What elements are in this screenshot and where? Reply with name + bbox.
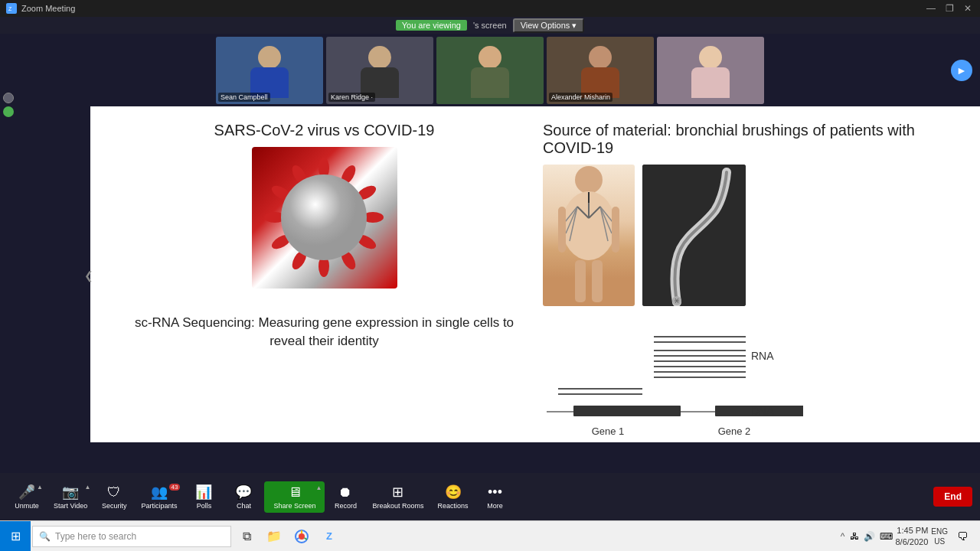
minimize-btn[interactable]: — <box>925 3 937 14</box>
svg-text:RNA: RNA <box>751 350 774 362</box>
clock-display[interactable]: 1:45 PM 8/6/2020 <box>896 525 929 547</box>
task-view-button[interactable]: ⧉ <box>233 521 260 552</box>
breakout-rooms-button[interactable]: ⊞ Breakout Rooms <box>366 481 430 513</box>
zoom-bottom-toolbar: 🎤 Unmute ▲ 📷 Start Video ▲ 🛡 Security 👥 … <box>0 473 980 520</box>
svg-text:Gene 2: Gene 2 <box>718 425 751 437</box>
clock-time: 1:45 PM <box>896 525 929 536</box>
tray-expand-icon[interactable]: ^ <box>841 531 845 542</box>
participant-video-middle[interactable] <box>436 37 544 104</box>
polls-button[interactable]: 📊 Polls <box>185 481 223 513</box>
taskbar-right-area: ^ 🖧 🔊 ⌨ 1:45 PM 8/6/2020 ENG US 🗨 <box>841 521 980 552</box>
participants-badge: 43 <box>169 484 181 491</box>
svg-text:Gene 1: Gene 1 <box>592 425 625 437</box>
virus-image <box>252 147 397 289</box>
close-btn[interactable]: ✕ <box>962 3 974 14</box>
windows-taskbar: ⊞ 🔍 Type here to search ⧉ 📁 Z ^ 🖧 🔊 ⌨ <box>0 520 980 551</box>
view-options-button[interactable]: View Options ▾ <box>513 18 585 33</box>
more-icon: ••• <box>488 484 502 500</box>
svg-rect-31 <box>575 260 586 302</box>
participant-video-alexander[interactable]: Alexander Misharin <box>547 37 654 104</box>
participant-name-sean: Sean Campbell <box>218 93 270 102</box>
share-screen-icon: 🖥 <box>288 484 302 500</box>
svg-rect-30 <box>612 207 619 253</box>
svg-rect-50 <box>573 406 681 416</box>
notification-center-button[interactable]: 🗨 <box>951 521 974 552</box>
speaker-icon[interactable]: 🔊 <box>864 531 875 542</box>
end-meeting-button[interactable]: End <box>933 487 972 507</box>
polls-icon: 📊 <box>195 484 212 500</box>
video-participants-row: Sean Campbell Karen Ridge · Alexander M <box>0 34 980 106</box>
microphone-icon: 🎤 <box>18 484 35 500</box>
network-icon[interactable]: 🖧 <box>850 531 859 542</box>
svg-rect-32 <box>592 260 603 302</box>
task-view-icon: ⧉ <box>243 530 251 543</box>
participant-video-sean[interactable]: Sean Campbell <box>216 37 323 104</box>
bronchial-anatomy-image <box>543 165 635 306</box>
record-button[interactable]: ⏺ Record <box>326 481 364 513</box>
svg-point-16 <box>575 166 603 194</box>
chat-icon: 💬 <box>235 484 252 500</box>
slide-title-right: Source of material: bronchial brushings … <box>543 122 949 157</box>
file-explorer-button[interactable]: 📁 <box>260 521 288 552</box>
rna-dna-diagram-area: RNA Gene 1 Gene 2 Gene 3 <box>543 314 949 442</box>
unmute-button[interactable]: 🎤 Unmute ▲ <box>8 481 46 513</box>
search-icon: 🔍 <box>39 531 51 542</box>
collapse-arrow[interactable]: ❮ <box>84 269 93 282</box>
chrome-button[interactable] <box>288 521 315 552</box>
search-placeholder-text: Type here to search <box>55 531 224 542</box>
slide-title-left: SARS-CoV-2 virus vs COVID-19 <box>214 122 435 139</box>
participant-name-alexander: Alexander Misharin <box>549 93 612 102</box>
start-video-button[interactable]: 📷 Start Video ▲ <box>47 481 93 513</box>
record-icon: ⏺ <box>338 484 352 500</box>
svg-line-72 <box>296 538 299 540</box>
participant-name-karen: Karen Ridge · <box>328 93 375 102</box>
camera-icon: 📷 <box>62 484 79 500</box>
windows-logo-icon: ⊞ <box>11 529 21 543</box>
you-viewing-badge: You are viewing <box>396 20 467 31</box>
notification-icon: 🗨 <box>957 530 968 543</box>
restore-btn[interactable]: ❐ <box>943 3 956 14</box>
chat-button[interactable]: 💬 Chat <box>224 481 263 513</box>
zoom-taskbar-button[interactable]: Z <box>315 521 343 552</box>
language-region: ENG US <box>931 527 948 546</box>
svg-point-15 <box>281 174 367 260</box>
zoom-app-icon: Z <box>6 3 17 14</box>
participants-icon: 👥 <box>151 484 168 500</box>
svg-line-71 <box>305 538 308 540</box>
clock-date: 8/6/2020 <box>896 536 929 547</box>
zoom-small-icon: Z <box>326 530 332 542</box>
bronchoscope-image <box>642 165 746 306</box>
taskbar-search-box[interactable]: 🔍 Type here to search <box>32 526 231 547</box>
security-button[interactable]: 🛡 Security <box>95 481 133 513</box>
side-indicators <box>0 90 17 120</box>
more-button[interactable]: ••• More <box>476 481 514 513</box>
green-indicator <box>3 106 14 117</box>
participant-video-woman[interactable] <box>657 37 764 104</box>
svg-text:Z: Z <box>8 6 12 11</box>
chrome-icon <box>294 529 309 544</box>
video-forward-btn[interactable]: ► <box>951 60 972 81</box>
participant-video-karen[interactable]: Karen Ridge · <box>326 37 433 104</box>
svg-text:DNA: DNA <box>751 405 774 417</box>
window-title: Zoom Meeting <box>21 4 75 13</box>
info-indicator <box>3 93 14 103</box>
seq-text: sc-RNA Sequencing: Measuring gene expres… <box>121 314 528 350</box>
zoom-notification-bar: You are viewing 's screen View Options ▾ <box>0 17 980 34</box>
bronchial-images <box>543 165 949 306</box>
system-tray: ^ 🖧 🔊 ⌨ <box>841 531 893 542</box>
rna-dna-diagram: RNA Gene 1 Gene 2 Gene 3 <box>543 321 803 442</box>
slide-presentation-area: SARS-CoV-2 virus vs COVID-19 <box>90 106 980 442</box>
reactions-icon: 😊 <box>445 484 462 500</box>
screen-text: 's screen <box>473 21 507 30</box>
title-bar: Z Zoom Meeting — ❐ ✕ <box>0 0 980 17</box>
start-menu-button[interactable]: ⊞ <box>0 521 31 552</box>
svg-rect-29 <box>558 207 566 253</box>
participants-button[interactable]: 👥 Participants 43 <box>135 481 183 513</box>
share-screen-button[interactable]: 🖥 Share Screen ▲ <box>264 481 325 513</box>
folder-icon: 📁 <box>266 529 282 543</box>
svg-point-69 <box>299 533 305 540</box>
breakout-icon: ⊞ <box>392 484 403 500</box>
reactions-button[interactable]: 😊 Reactions <box>431 481 474 513</box>
keyboard-icon[interactable]: ⌨ <box>880 531 893 542</box>
shield-icon: 🛡 <box>107 484 121 500</box>
